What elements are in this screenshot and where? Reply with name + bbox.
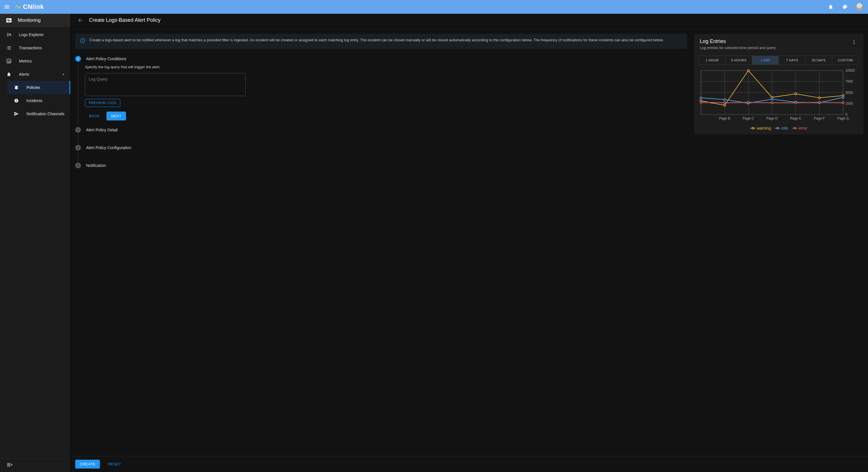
- notifications-button[interactable]: [826, 2, 836, 12]
- range-tab-1-day[interactable]: 1 DAY: [752, 56, 779, 65]
- sidebar-item-label: Policies: [26, 85, 40, 90]
- svg-point-1: [9, 34, 11, 35]
- bell-icon: [828, 4, 834, 10]
- svg-text:0: 0: [845, 112, 847, 116]
- range-tab-30-days[interactable]: 30 DAYS: [805, 56, 832, 65]
- send-icon: [14, 111, 19, 116]
- chart-legend: warninginfoerror: [694, 126, 863, 131]
- log-query-input[interactable]: Log Query: [85, 73, 246, 96]
- bar-chart-icon: [6, 59, 11, 64]
- legend-item-error[interactable]: error: [792, 126, 807, 131]
- logo-icon: [14, 3, 22, 11]
- brand-logo[interactable]: CNlink: [14, 3, 44, 11]
- sidebar-item-policies[interactable]: Policies: [7, 81, 70, 94]
- avatar-button[interactable]: [854, 2, 865, 12]
- sidebar-item-transactions[interactable]: Transactions: [0, 41, 70, 55]
- top-bar: CNlink: [0, 0, 868, 14]
- svg-point-44: [724, 99, 725, 101]
- monitoring-icon: [6, 17, 12, 24]
- range-tab-1-hour[interactable]: 1 HOUR: [699, 56, 725, 65]
- svg-text:Page D: Page D: [766, 116, 778, 121]
- step-header[interactable]: 3 Alert Policy Configuration: [75, 143, 687, 152]
- alert-bell-icon: [6, 72, 11, 77]
- step-notification: 4 Notification: [75, 161, 687, 170]
- step-header[interactable]: 4 Notification: [75, 161, 687, 170]
- step-title: Alert Policy Detail: [86, 128, 118, 132]
- svg-point-41: [818, 97, 820, 99]
- svg-text:Page E: Page E: [790, 116, 801, 121]
- form-column: Create a logs-based alert to be notified…: [75, 34, 687, 456]
- step-title: Alert Policy Configuration: [86, 145, 131, 150]
- main: Create Logs-Based Alert Policy Create a …: [71, 14, 868, 472]
- chart-column: Log Entries Log entries for selected tim…: [694, 34, 863, 456]
- back-button[interactable]: [76, 16, 84, 24]
- sidebar-item-notification-channels[interactable]: Notification Channels: [7, 107, 70, 121]
- range-tab-6-hours[interactable]: 6 HOURS: [725, 56, 752, 65]
- sidebar-alerts-submenu: Policies Incidents Notification Channels: [0, 81, 70, 121]
- svg-text:10000: 10000: [845, 69, 855, 72]
- svg-text:Page B: Page B: [719, 116, 730, 121]
- log-query-placeholder: Log Query: [89, 77, 242, 81]
- step-number: 1: [75, 56, 81, 62]
- step-configuration: 3 Alert Policy Configuration: [75, 143, 687, 161]
- menu-button[interactable]: [3, 3, 10, 10]
- stepper: 1 Alert Policy Conditions Specify the lo…: [75, 55, 687, 170]
- user-avatar: [856, 3, 863, 11]
- sidebar-item-metrics[interactable]: Metrics: [0, 55, 70, 68]
- legend-item-info[interactable]: info: [775, 126, 788, 131]
- sidebar-item-label: Logs Explorer: [19, 32, 43, 37]
- sidebar-nav: Logs Explorer Transactions Metrics Alert…: [0, 27, 70, 458]
- svg-point-11: [854, 43, 855, 44]
- info-text: Create a logs-based alert to be notified…: [90, 37, 663, 45]
- step-number: 2: [75, 127, 81, 133]
- range-tab-custom[interactable]: CUSTOM: [832, 56, 859, 65]
- create-button[interactable]: CREATE: [75, 460, 100, 469]
- sidebar-section-header[interactable]: Monitoring: [0, 14, 70, 27]
- svg-rect-8: [82, 39, 83, 40]
- list-icon: [6, 45, 11, 50]
- sidebar-item-label: Transactions: [19, 45, 42, 50]
- svg-rect-5: [16, 102, 17, 102]
- svg-point-53: [771, 102, 773, 104]
- info-icon: [80, 38, 86, 45]
- step-header[interactable]: 1 Alert Policy Conditions: [75, 55, 687, 63]
- svg-point-52: [747, 101, 749, 103]
- range-tab-7-days[interactable]: 7 DAYS: [779, 56, 805, 65]
- brand-name: CNlink: [23, 3, 44, 11]
- content: Create a logs-based alert to be notified…: [71, 27, 868, 456]
- svg-point-58: [752, 127, 754, 129]
- time-range-tabs: 1 HOUR6 HOURS1 DAY7 DAYS30 DAYSCUSTOM: [699, 56, 859, 65]
- sidebar-item-alerts[interactable]: Alerts: [0, 68, 70, 81]
- menu-icon: [4, 4, 10, 10]
- card-title: Log Entries: [700, 38, 847, 44]
- step-header[interactable]: 2 Alert Policy Detail: [75, 126, 687, 134]
- svg-text:Page G: Page G: [837, 116, 849, 121]
- step-back-button[interactable]: BACK: [85, 111, 104, 121]
- svg-point-37: [724, 104, 725, 106]
- palette-icon: [842, 4, 848, 10]
- step-description: Specify the log query that will trigger …: [85, 65, 687, 69]
- sidebar-item-label: Notification Channels: [26, 111, 64, 116]
- page-header: Create Logs-Based Alert Policy: [71, 14, 868, 27]
- svg-point-62: [794, 127, 796, 129]
- step-next-button[interactable]: NEXT: [106, 111, 126, 121]
- sidebar-footer: [0, 458, 70, 472]
- sidebar-item-logs-explorer[interactable]: Logs Explorer: [0, 28, 70, 41]
- bell-ring-icon: [14, 85, 19, 90]
- sidebar-item-incidents[interactable]: Incidents: [7, 94, 70, 107]
- svg-point-43: [700, 97, 702, 99]
- legend-item-warning[interactable]: warning: [750, 126, 771, 131]
- theme-button[interactable]: [840, 2, 850, 12]
- sidebar-section-label: Monitoring: [18, 18, 40, 23]
- card-menu-button[interactable]: [850, 38, 858, 47]
- sidebar-collapse-button[interactable]: [6, 462, 12, 469]
- search-list-icon: [6, 32, 11, 37]
- bottom-action-bar: CREATE RESET: [71, 456, 868, 472]
- preview-logs-button[interactable]: PREVIEW LOGS: [85, 99, 120, 107]
- reset-button[interactable]: RESET: [104, 460, 125, 469]
- chevron-up-icon: [61, 72, 66, 76]
- step-number: 4: [75, 163, 81, 168]
- step-title: Notification: [86, 163, 106, 168]
- svg-point-46: [771, 98, 773, 100]
- page-title: Create Logs-Based Alert Policy: [89, 17, 160, 23]
